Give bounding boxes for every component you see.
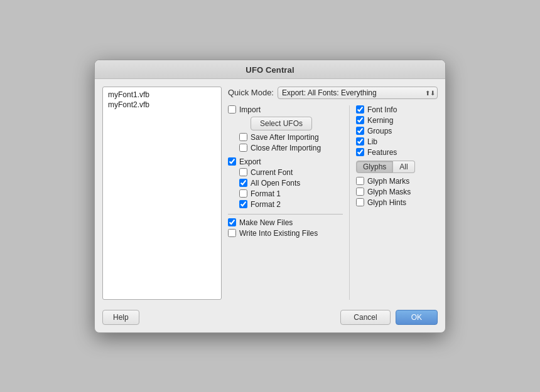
all-open-fonts-checkbox[interactable]: [239, 179, 247, 187]
import-indent: Select UFOs Save After Importing Close A…: [228, 117, 343, 152]
kerning-checkbox[interactable]: [356, 116, 364, 124]
file-options-section: Make New Files Write Into Existing Files: [228, 218, 343, 238]
controls-panel: Quick Mode: Export: All Fonts: Everythin…: [228, 87, 438, 300]
current-font-label[interactable]: Current Font: [251, 168, 293, 177]
cancel-button[interactable]: Cancel: [340, 310, 390, 325]
right-footer-buttons: Cancel OK: [340, 310, 438, 325]
list-item[interactable]: myFont1.vfb: [104, 90, 220, 100]
format-2-label[interactable]: Format 2: [251, 200, 281, 209]
import-section: Import Select UFOs Save After Importing …: [228, 105, 343, 152]
format-2-row: Format 2: [239, 200, 343, 209]
divider: [228, 214, 343, 215]
format-2-checkbox[interactable]: [239, 200, 247, 208]
close-after-importing-row: Close After Importing: [239, 144, 343, 152]
groups-row: Groups: [356, 127, 438, 135]
file-list[interactable]: myFont1.vfb myFont2.vfb: [102, 87, 222, 300]
glyphs-all-row: Glyphs All: [356, 161, 438, 173]
write-into-existing-label[interactable]: Write Into Existing Files: [239, 229, 318, 238]
lib-row: Lib: [356, 137, 438, 146]
write-into-existing-row: Write Into Existing Files: [228, 229, 343, 238]
quick-mode-label: Quick Mode:: [228, 88, 274, 97]
font-info-checkbox[interactable]: [356, 105, 364, 114]
quick-mode-select[interactable]: Export: All Fonts: Everything Import: Al…: [278, 87, 438, 99]
make-new-files-row: Make New Files: [228, 218, 343, 227]
quick-mode-select-wrapper: Export: All Fonts: Everything Import: Al…: [278, 87, 438, 99]
glyph-marks-checkbox[interactable]: [356, 177, 364, 185]
glyphs-button[interactable]: Glyphs: [356, 161, 393, 173]
close-after-importing-label[interactable]: Close After Importing: [251, 144, 321, 152]
import-label[interactable]: Import: [239, 105, 261, 114]
current-font-row: Current Font: [239, 168, 343, 177]
dialog-footer: Help Cancel OK: [95, 305, 445, 332]
glyph-hints-row: Glyph Hints: [356, 198, 438, 207]
import-checkbox-row: Import: [228, 105, 343, 114]
export-checkbox-row: Export: [228, 157, 343, 166]
groups-checkbox[interactable]: [356, 127, 364, 135]
font-info-label[interactable]: Font Info: [367, 105, 397, 114]
select-ufos-button[interactable]: Select UFOs: [251, 117, 312, 130]
make-new-files-checkbox[interactable]: [228, 218, 236, 226]
list-item[interactable]: myFont2.vfb: [104, 100, 220, 110]
title-bar: UFO Central: [95, 60, 445, 79]
groups-label[interactable]: Groups: [367, 127, 392, 135]
features-label[interactable]: Features: [367, 148, 397, 157]
lib-checkbox[interactable]: [356, 137, 364, 146]
kerning-label[interactable]: Kerning: [367, 116, 393, 125]
features-checkbox[interactable]: [356, 148, 364, 156]
export-indent: Current Font All Open Fonts Format 1: [228, 168, 343, 209]
glyph-masks-label[interactable]: Glyph Masks: [367, 188, 411, 196]
export-checkbox[interactable]: [228, 157, 236, 166]
make-new-files-label[interactable]: Make New Files: [239, 218, 293, 227]
save-after-importing-checkbox[interactable]: [239, 133, 247, 141]
dialog-title: UFO Central: [246, 65, 294, 75]
format-1-row: Format 1: [239, 189, 343, 198]
export-section: Export Current Font All Open Fonts: [228, 157, 343, 209]
help-button[interactable]: Help: [102, 310, 139, 325]
ok-button[interactable]: OK: [396, 310, 438, 325]
current-font-checkbox[interactable]: [239, 168, 247, 176]
quick-mode-row: Quick Mode: Export: All Fonts: Everythin…: [228, 87, 438, 99]
close-after-importing-checkbox[interactable]: [239, 144, 247, 152]
main-options: Import Select UFOs Save After Importing …: [228, 105, 438, 300]
format-1-checkbox[interactable]: [239, 189, 247, 198]
lib-label[interactable]: Lib: [367, 137, 377, 146]
dialog-content: myFont1.vfb myFont2.vfb Quick Mode: Expo…: [95, 79, 445, 305]
glyph-marks-label[interactable]: Glyph Marks: [367, 177, 409, 186]
glyph-masks-row: Glyph Masks: [356, 188, 438, 196]
right-options: Font Info Kerning Groups Lib: [350, 105, 438, 300]
glyph-masks-checkbox[interactable]: [356, 188, 364, 196]
glyph-hints-checkbox[interactable]: [356, 198, 364, 206]
file-list-panel: myFont1.vfb myFont2.vfb: [102, 87, 222, 300]
left-options: Import Select UFOs Save After Importing …: [228, 105, 350, 300]
font-info-row: Font Info: [356, 105, 438, 114]
all-open-fonts-row: All Open Fonts: [239, 179, 343, 188]
kerning-row: Kerning: [356, 116, 438, 125]
glyph-marks-row: Glyph Marks: [356, 177, 438, 186]
write-into-existing-checkbox[interactable]: [228, 229, 236, 237]
all-button[interactable]: All: [393, 161, 414, 173]
features-row: Features: [356, 148, 438, 157]
format-1-label[interactable]: Format 1: [251, 189, 281, 198]
save-after-importing-label[interactable]: Save After Importing: [251, 133, 319, 142]
glyph-hints-label[interactable]: Glyph Hints: [367, 198, 406, 207]
import-checkbox[interactable]: [228, 105, 236, 114]
save-after-importing-row: Save After Importing: [239, 133, 343, 142]
ufo-central-dialog: UFO Central myFont1.vfb myFont2.vfb Quic…: [94, 60, 446, 333]
all-open-fonts-label[interactable]: All Open Fonts: [251, 179, 300, 188]
export-label[interactable]: Export: [239, 157, 261, 166]
